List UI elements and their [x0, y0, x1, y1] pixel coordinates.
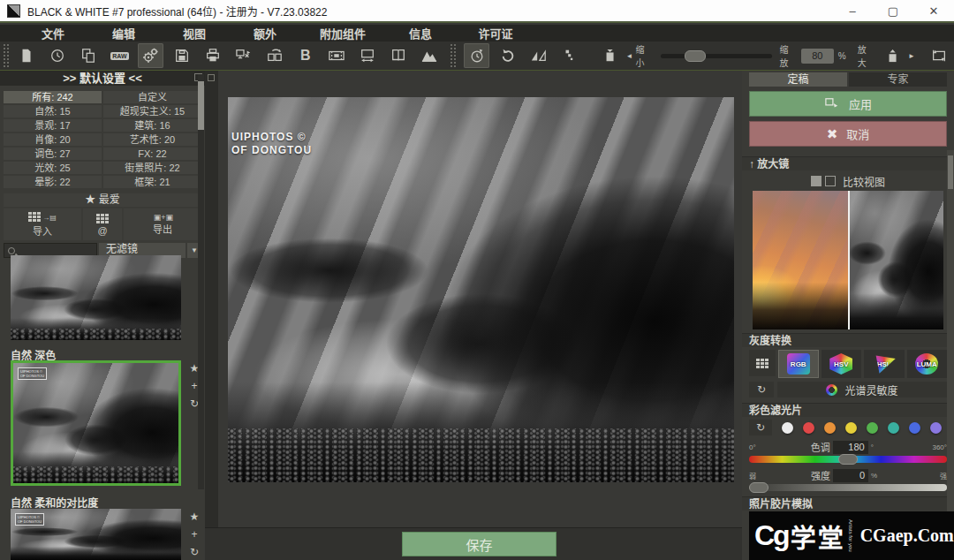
refresh-preset-icon[interactable]: ↻	[190, 546, 199, 558]
category-street[interactable]: 街景照片: 22	[103, 162, 201, 174]
print-button[interactable]	[200, 43, 225, 68]
manual-button[interactable]	[385, 43, 411, 68]
matrix-mode-button[interactable]	[749, 350, 776, 376]
close-button[interactable]: ✕	[913, 0, 954, 21]
filter-yellow-dot[interactable]	[845, 422, 857, 434]
rotate-crop-button[interactable]	[926, 43, 951, 68]
filter-reset-button[interactable]: ↻	[749, 420, 772, 435]
image-resize-button[interactable]	[354, 43, 380, 68]
compare-preview[interactable]	[753, 191, 943, 329]
category-all[interactable]: 所有: 242	[4, 91, 102, 103]
category-portrait[interactable]: 肖像: 20	[4, 133, 102, 146]
history-button[interactable]	[45, 43, 71, 68]
magnifier-section-header[interactable]: ↑ 放大镜	[742, 156, 947, 170]
intensity-slider[interactable]	[749, 484, 947, 491]
zoom-value-field[interactable]: 80	[801, 49, 834, 64]
mode-luma-button[interactable]: LUMA	[907, 350, 948, 378]
hue-min-label: 0°	[749, 443, 756, 451]
presets-panel-header[interactable]: >> 默认设置 <<	[0, 71, 205, 86]
category-custom[interactable]: 自定义	[103, 91, 201, 103]
menu-edit[interactable]: 编辑	[88, 25, 159, 42]
menu-license[interactable]: 许可证	[456, 25, 535, 42]
menu-view[interactable]: 视图	[159, 25, 230, 42]
zoom-in-page-icon[interactable]	[880, 43, 905, 68]
category-nature[interactable]: 自然: 15	[4, 105, 102, 117]
redo-icon[interactable]	[495, 43, 520, 68]
spectral-reset-button[interactable]: ↻	[749, 382, 774, 397]
filmstrip-button[interactable]	[323, 43, 349, 68]
filter-violet-dot[interactable]	[930, 422, 942, 434]
new-file-button[interactable]	[14, 43, 40, 68]
zoom-in-arrow-icon[interactable]: ►	[908, 52, 915, 60]
main-image[interactable]: UIPHOTOS © OF DONGTOU	[228, 97, 734, 482]
save-button-toolbar[interactable]	[169, 43, 194, 68]
preset-list-scrollbar-thumb[interactable]	[198, 81, 204, 130]
menu-addons[interactable]: 附加组件	[300, 25, 385, 42]
tab-expert[interactable]: 专家	[849, 72, 947, 87]
category-toning[interactable]: 调色: 27	[4, 148, 102, 160]
preset-thumbnail-selected[interactable]: UIPHOTOS © OF DONGTOU	[11, 360, 181, 486]
mode-hsl-button[interactable]: HSL	[864, 350, 905, 378]
right-panel-scrollbar-thumb[interactable]	[948, 155, 953, 189]
category-landscape[interactable]: 景观: 17	[4, 119, 102, 132]
tab-finalize[interactable]: 定稿	[749, 72, 847, 87]
zoom-slider[interactable]	[661, 54, 772, 58]
favorite-star-icon[interactable]: ★	[190, 511, 200, 523]
copy-settings-button[interactable]	[76, 43, 102, 68]
hue-value-field[interactable]: 180	[833, 441, 868, 454]
preset-list-scrollbar[interactable]	[198, 74, 204, 489]
intensity-value-field[interactable]: 0	[833, 469, 868, 482]
export-to-pc-button[interactable]	[231, 43, 256, 68]
filter-red-dot[interactable]	[803, 422, 814, 434]
toolbar-drag-handle[interactable]	[3, 43, 9, 68]
filter-white-dot[interactable]	[782, 422, 793, 434]
batch-processing-button[interactable]: B	[292, 43, 318, 68]
sort-options-button[interactable]	[556, 43, 582, 68]
grayscale-section-header[interactable]: 灰度转换	[742, 333, 947, 347]
category-architecture[interactable]: 建筑: 16	[103, 119, 201, 132]
film-simulation-section-header[interactable]: 照片胶片模拟	[742, 496, 947, 511]
filter-teal-dot[interactable]	[888, 422, 899, 434]
histogram-button[interactable]	[416, 43, 442, 68]
cancel-button[interactable]: ✖ 取消	[749, 121, 947, 147]
intensity-slider-handle[interactable]	[749, 482, 768, 493]
category-light[interactable]: 光效: 25	[4, 162, 102, 174]
menu-file[interactable]: 文件	[18, 25, 88, 42]
category-fx[interactable]: FX: 22	[103, 148, 201, 160]
mode-rgb-button[interactable]: RGB	[778, 350, 819, 378]
category-artistic[interactable]: 艺术性: 20	[103, 133, 201, 146]
apply-button[interactable]: 应用	[749, 91, 947, 117]
spectral-sensitivity-button[interactable]: 光谱灵敏度	[777, 382, 947, 397]
mode-hsv-button[interactable]: HSV	[822, 350, 862, 378]
add-preset-icon[interactable]: +	[191, 528, 197, 541]
filter-blue-dot[interactable]	[909, 422, 920, 434]
hue-slider-handle[interactable]	[838, 454, 858, 465]
menu-bar: 文件 编辑 视图 额外 附加组件 信息 许可证	[0, 25, 954, 42]
filter-orange-dot[interactable]	[824, 422, 836, 434]
menu-extra[interactable]: 额外	[230, 25, 300, 42]
compare-view-toggle[interactable]: 比较视图	[749, 174, 947, 188]
zoom-out-page-icon[interactable]	[597, 43, 623, 68]
add-preset-icon[interactable]: +	[191, 380, 197, 392]
maximize-button[interactable]: ▢	[873, 0, 913, 21]
zoom-out-arrow-icon[interactable]: ◄	[625, 52, 632, 60]
preset-thumbnail-3[interactable]: UIPHOTOS © OF DONGTOU	[11, 509, 181, 560]
filter-green-dot[interactable]	[867, 422, 878, 434]
minimize-button[interactable]: –	[832, 0, 873, 21]
preset-thumbnail-1[interactable]	[11, 255, 181, 340]
right-panel-scrollbar[interactable]	[947, 150, 954, 511]
menu-info[interactable]: 信息	[385, 25, 456, 42]
color-filter-section-header[interactable]: 彩色滤光片	[742, 403, 947, 417]
category-surreal[interactable]: 超现实主义: 15	[103, 105, 201, 117]
collapse-panel-icon[interactable]	[208, 74, 215, 81]
cancel-label: 取消	[846, 125, 869, 142]
image-transfer-button[interactable]	[261, 43, 287, 68]
timer-preview-button[interactable]	[464, 43, 489, 68]
before-after-button[interactable]	[526, 43, 551, 68]
compare-divider[interactable]	[848, 191, 850, 329]
develop-settings-button[interactable]	[138, 43, 163, 68]
zoom-slider-handle[interactable]	[685, 50, 706, 62]
raw-settings-button[interactable]: RAW	[107, 43, 132, 68]
save-image-button[interactable]: 保存	[402, 532, 556, 556]
hue-slider[interactable]	[749, 456, 947, 463]
